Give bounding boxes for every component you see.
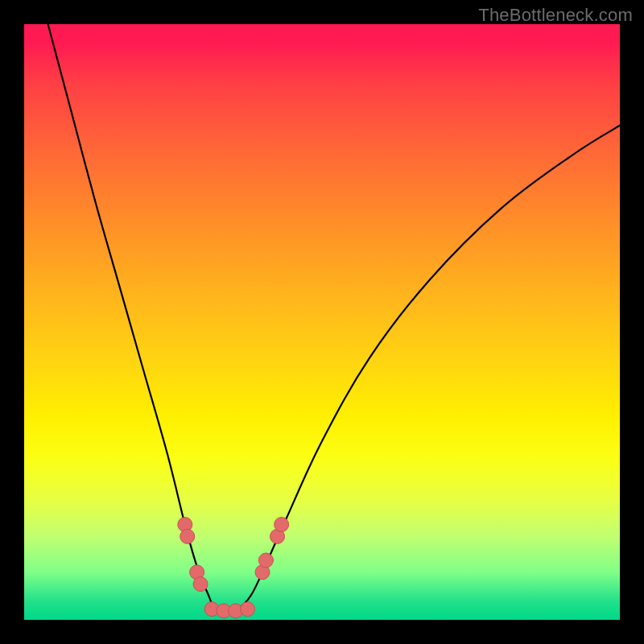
marker-left-upper-b xyxy=(180,529,195,543)
plot-area xyxy=(24,24,620,620)
bottleneck-curve xyxy=(48,24,620,609)
chart-svg xyxy=(24,24,620,620)
marker-right-lower-b xyxy=(258,553,273,568)
marker-bottom-4 xyxy=(241,602,255,617)
watermark-text: TheBottleneck.com xyxy=(478,5,633,26)
marker-left-lower-b xyxy=(193,577,208,592)
chart-frame: TheBottleneck.com xyxy=(0,0,644,644)
markers-group xyxy=(178,518,289,618)
marker-right-upper-b xyxy=(275,518,289,532)
